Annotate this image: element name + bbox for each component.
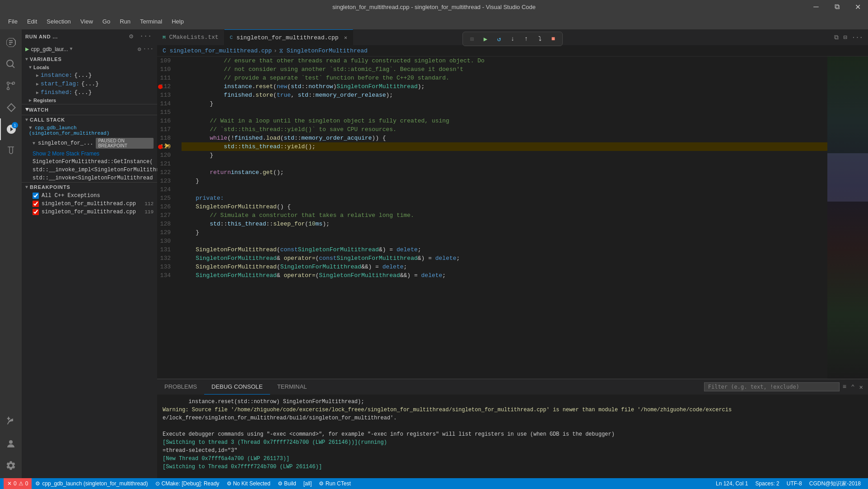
status-run-ctest[interactable]: ⚙ Run CTest xyxy=(315,478,354,489)
code-line-121 xyxy=(182,160,827,168)
svg-point-2 xyxy=(13,82,15,85)
warning-count: 0 xyxy=(25,480,28,487)
activity-icon-remote[interactable] xyxy=(0,409,22,431)
activity-icon-source-control[interactable] xyxy=(0,75,22,97)
run-more-btn[interactable]: ··· xyxy=(138,32,154,41)
bp-all-cpp-checkbox[interactable] xyxy=(33,193,39,199)
code-line-110: // not consider using another `std::atom… xyxy=(182,65,827,74)
menu-go[interactable]: Go xyxy=(99,16,114,27)
tab-problems[interactable]: PROBLEMS xyxy=(157,379,204,395)
status-no-kit[interactable]: ⚙ No Kit Selected xyxy=(223,478,274,489)
status-position[interactable]: Ln 124, Col 1 xyxy=(712,478,751,489)
tab-cmakelists[interactable]: M CMakeLists.txt xyxy=(157,29,224,45)
status-watermark[interactable]: CGDN@知识家-2018 xyxy=(806,478,864,489)
svg-point-0 xyxy=(7,82,9,85)
call-stack-config[interactable]: ▼ cpp_gdb_launch (singleton_for_multithr… xyxy=(22,124,157,137)
locals-label: Locals xyxy=(33,65,49,70)
close-button[interactable]: ✕ xyxy=(847,0,868,14)
bp-all-cpp[interactable]: All C++ Exceptions xyxy=(22,192,157,200)
close-tab-icon[interactable]: ✕ xyxy=(344,34,347,41)
tab-terminal[interactable]: TERMINAL xyxy=(270,379,314,395)
code-line-114: } xyxy=(182,99,827,108)
status-encoding[interactable]: UTF-8 xyxy=(783,478,806,489)
menu-selection[interactable]: Selection xyxy=(43,16,74,27)
status-debug-config[interactable]: ⚙ cpp_gdb_launch (singleton_for_multithr… xyxy=(32,478,151,489)
activity-icon-run-debug[interactable]: 1 xyxy=(0,118,22,140)
activity-icon-search[interactable] xyxy=(0,53,22,75)
panel-list-btn[interactable]: ≡ xyxy=(841,382,848,392)
panel-close-btn[interactable]: ✕ xyxy=(858,382,864,392)
debug-step-over-btn[interactable]: ↓ xyxy=(506,33,519,44)
menu-run[interactable]: Run xyxy=(116,16,134,27)
editor-layout-btn[interactable]: ⊟ xyxy=(842,32,848,42)
ln-120: 120 xyxy=(157,151,174,160)
config-name[interactable]: cpp_gdb_laur... xyxy=(31,46,68,52)
debug-continue-btn[interactable]: ▶ xyxy=(479,33,492,44)
debug-stop-btn[interactable]: ■ xyxy=(547,33,560,44)
debug-restart-btn[interactable]: ↺ xyxy=(493,33,505,44)
run-play-btn[interactable]: ▶ xyxy=(25,45,29,53)
menu-help[interactable]: Help xyxy=(168,16,187,27)
config-gear-btn[interactable]: ⚙ xyxy=(138,46,141,53)
call-stack-frame-1[interactable]: SingletonForMultithread::GetInstance( xyxy=(22,158,157,166)
code-content[interactable]: // ensure that other threads read a full… xyxy=(180,56,827,379)
bp-file-112[interactable]: singleton_for_multithread.cpp 112 xyxy=(22,200,157,208)
bp-file-119[interactable]: singleton_for_multithread.cpp 119 xyxy=(22,208,157,216)
finished-label: finished: xyxy=(41,89,72,96)
debug-step-into-btn[interactable]: ↑ xyxy=(520,33,532,44)
warning-icon: ⚠ xyxy=(19,480,23,487)
call-stack-group[interactable]: ▼ singleton_for_... PAUSED ON BREAKPOINT xyxy=(22,137,157,150)
menu-terminal[interactable]: Terminal xyxy=(136,16,166,27)
bp-file-119-line: 119 xyxy=(145,209,154,215)
variable-finished[interactable]: ▶ finished: {...} xyxy=(22,88,157,97)
call-stack-frame-3[interactable]: std::__invoke<SingletonForMultithread xyxy=(22,174,157,182)
breakpoints-header-label: BREAKPOINTS xyxy=(30,184,70,190)
activity-icon-extensions[interactable] xyxy=(0,97,22,118)
run-settings-btn[interactable]: ⚙ xyxy=(127,31,135,42)
debug-grid-btn[interactable]: ⊞ xyxy=(466,33,478,44)
config-dots-btn[interactable]: ··· xyxy=(143,46,154,52)
registers-group[interactable]: ▶ Registers xyxy=(22,97,157,104)
breadcrumb-symbol[interactable]: ⧖ SingletonForMultithread xyxy=(279,47,368,54)
split-editor-btn[interactable]: ⧉ xyxy=(833,33,840,42)
menu-edit[interactable]: Edit xyxy=(23,16,41,27)
filter-input[interactable] xyxy=(704,382,840,391)
ln-130: 130 xyxy=(157,237,174,245)
breakpoints-header[interactable]: ▼ BREAKPOINTS xyxy=(22,183,157,192)
activity-icon-settings[interactable] xyxy=(0,455,22,476)
menu-file[interactable]: File xyxy=(5,16,21,27)
restore-button[interactable]: ⧉ xyxy=(826,0,847,14)
activity-icon-explorer[interactable] xyxy=(0,32,22,53)
activity-icon-testing[interactable] xyxy=(0,140,22,162)
panel-maximize-btn[interactable]: ⌃ xyxy=(849,382,856,392)
status-spaces[interactable]: Spaces: 2 xyxy=(751,478,783,489)
show-more-frames[interactable]: Show 2 More Stack Frames xyxy=(22,150,157,158)
status-cmake[interactable]: ⊙ CMake: [Debug]: Ready xyxy=(152,478,223,489)
ln-132: 132 xyxy=(157,254,174,263)
error-icon: ✕ xyxy=(7,480,12,487)
cmake-label: CMake: [Debug]: Ready xyxy=(162,480,219,487)
minimize-button[interactable]: ─ xyxy=(806,0,826,14)
locals-group[interactable]: ▼ Locals xyxy=(22,64,157,71)
call-stack-header[interactable]: ▼ CALL STACK xyxy=(22,115,157,124)
status-build[interactable]: ⚙ Build xyxy=(274,478,300,489)
config-dropdown-icon[interactable]: ▼ xyxy=(70,47,73,52)
menu-view[interactable]: View xyxy=(77,16,97,27)
terminal-content[interactable]: instance.reset(std::nothrow) SingletonFo… xyxy=(157,395,868,478)
debug-step-out-btn[interactable]: ⤵ xyxy=(533,33,546,44)
status-errors[interactable]: ✕ 0 ⚠ 0 xyxy=(4,478,32,489)
variable-start-flag[interactable]: ▶ start_flag: {...} xyxy=(22,80,157,88)
activity-icon-accounts[interactable] xyxy=(0,433,22,455)
watch-section-header[interactable]: ▼ WATCH xyxy=(22,104,157,115)
variable-instance[interactable]: ▶ instance: {...} xyxy=(22,71,157,80)
tab-debug-console[interactable]: DEBUG CONSOLE xyxy=(204,379,270,395)
watch-header-label: WATCH xyxy=(29,107,49,113)
bp-file-112-checkbox[interactable] xyxy=(33,201,39,207)
tab-singleton-cpp[interactable]: C singleton_for_multithread.cpp ✕ xyxy=(224,29,353,45)
breadcrumb-file[interactable]: C singleton_for_multithread.cpp xyxy=(163,47,272,54)
call-stack-frame-2[interactable]: std::__invoke_impl<SingletonForMultithr xyxy=(22,166,157,174)
status-build-target[interactable]: [all] xyxy=(300,478,316,489)
bp-file-119-checkbox[interactable] xyxy=(33,209,39,215)
editor-more-btn[interactable]: ··· xyxy=(850,33,864,42)
variables-section-header[interactable]: ▼ VARIABLES xyxy=(22,55,157,64)
